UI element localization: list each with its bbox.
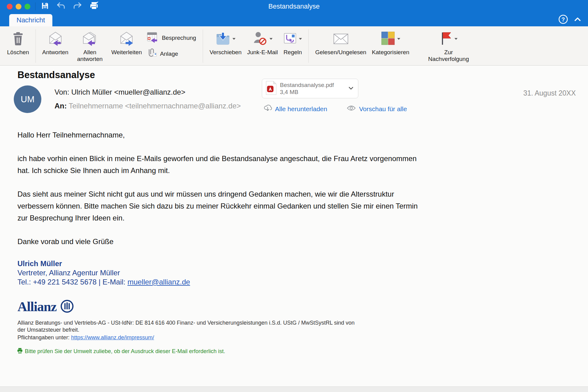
tab-nachricht[interactable]: Nachricht	[9, 14, 52, 26]
forward-icon	[118, 29, 135, 49]
print-icon[interactable]	[89, 2, 99, 11]
ribbon-divider	[308, 29, 309, 63]
window-controls	[7, 4, 30, 9]
preview-all-link[interactable]: Vorschau für alle	[347, 104, 407, 113]
eco-note: Bitte prüfen Sie der Umwelt zuliebe, ob …	[17, 348, 588, 355]
cloud-download-icon	[263, 104, 272, 113]
svg-text:?: ?	[562, 17, 565, 23]
follow-up-dropdown-caret	[454, 38, 458, 40]
reply-button[interactable]: Antworten	[42, 29, 69, 56]
minimize-window-button[interactable]	[16, 4, 21, 9]
message-header: Bestandsanalyse UM Von: Ulrich Müller <m…	[0, 66, 588, 129]
legal-text: Allianz Beratungs- und Vertriebs-AG - US…	[17, 319, 362, 334]
close-window-button[interactable]	[7, 4, 13, 9]
move-button[interactable]: Verschieben	[209, 29, 242, 56]
titlebar-divider	[35, 2, 36, 10]
signature-name: Ulrich Müller	[17, 259, 588, 268]
follow-up-button[interactable]: Zur Nachverfolgung	[427, 29, 470, 62]
message-date: 31. August 20XX	[523, 89, 576, 97]
signature-email-link[interactable]: mueller@allianz.de	[127, 278, 190, 286]
undo-icon[interactable]	[56, 2, 66, 11]
body-paragraph: ich habe vorhin einen Blick in meine E-M…	[17, 153, 429, 176]
message-pane: Bestandsanalyse UM Von: Ulrich Müller <m…	[0, 66, 588, 386]
save-icon[interactable]	[41, 2, 49, 11]
read-unread-button[interactable]: Gelesen/Ungelesen	[315, 29, 366, 56]
allianz-emblem-icon	[60, 299, 74, 315]
move-dropdown-caret	[232, 38, 236, 40]
envelope-icon	[333, 29, 349, 49]
eye-icon	[347, 105, 356, 113]
trash-icon	[12, 29, 24, 49]
junk-person-icon	[253, 31, 267, 47]
impressum-line: Pflichtangaben unter: https://www.allian…	[17, 334, 588, 341]
reply-icon	[47, 29, 64, 49]
attachment-card[interactable]: Bestandsanalyse.pdf 3,4 MB	[262, 79, 358, 98]
ribbon-toolbar: Löschen Antworten Allen antworten Weiter…	[0, 26, 588, 66]
attachment-filename: Bestandsanalyse.pdf	[280, 81, 334, 89]
ribbon-tab-row: Nachricht ?	[0, 13, 588, 26]
delete-button[interactable]: Löschen	[7, 29, 29, 56]
to-value: Teilnehmername <teilnehmernachname@allia…	[69, 102, 241, 110]
impressum-link[interactable]: https://www.allianz.de/impressum/	[71, 334, 154, 341]
body-closing: Danke vorab und viele Grüße	[17, 236, 429, 247]
rules-dropdown-caret	[299, 38, 302, 40]
reply-all-button[interactable]: Allen antworten	[74, 29, 106, 62]
message-body: Hallo Herr Teilnehmernachname, ich habe …	[17, 129, 429, 247]
zoom-window-button[interactable]	[24, 4, 30, 9]
paperclip-icon	[146, 48, 157, 59]
window-bottom-edge	[0, 386, 588, 392]
attachment-size: 3,4 MB	[280, 89, 334, 96]
signature-contact: Tel.: +49 221 5432 5678 | E-Mail: muelle…	[17, 277, 588, 287]
meeting-button[interactable]: Besprechung	[146, 31, 196, 44]
categorize-button[interactable]: Kategorisieren	[372, 29, 409, 56]
body-greeting: Hallo Herr Teilnehmernachname,	[17, 129, 429, 141]
sender-avatar[interactable]: UM	[14, 85, 41, 113]
signature-role: Vertreter, Allianz Agentur Müller	[17, 268, 588, 277]
forward-button[interactable]: Weiterleiten	[111, 29, 142, 56]
outlook-message-window: Bestandsanalyse Nachricht ? Löschen Antw	[0, 0, 588, 392]
junk-mail-button[interactable]: Junk-E-Mail	[247, 29, 278, 56]
attachment-button[interactable]: Anlage	[146, 48, 196, 59]
move-folder-icon	[216, 31, 230, 47]
categorize-dropdown-caret	[397, 38, 400, 40]
to-label: An:	[55, 102, 67, 110]
rules-icon	[283, 32, 297, 46]
ribbon-divider	[203, 29, 203, 63]
body-paragraph: Das sieht aus meiner Sicht nicht gut aus…	[17, 188, 429, 224]
from-line: Von: Ulrich Müller <mueller@allianz.de>	[55, 88, 185, 96]
meeting-calendar-icon	[146, 31, 159, 44]
categorize-squares-icon	[381, 31, 395, 47]
eco-printer-icon	[17, 348, 23, 355]
signature-block: Ulrich Müller Vertreter, Allianz Agentur…	[17, 259, 588, 287]
attachment-chevron-icon[interactable]	[348, 86, 354, 91]
to-line: An: Teilnehmername <teilnehmernachname@a…	[55, 102, 241, 110]
junk-dropdown-caret	[270, 38, 273, 40]
ribbon-divider	[36, 29, 36, 63]
pdf-file-icon	[265, 81, 277, 96]
redo-icon[interactable]	[73, 2, 82, 11]
reply-all-icon	[81, 29, 99, 49]
rules-button[interactable]: Regeln	[283, 29, 302, 56]
message-subject: Bestandsanalyse	[17, 70, 95, 81]
collapse-ribbon-icon[interactable]	[574, 17, 581, 23]
window-titlebar: Bestandsanalyse	[0, 0, 588, 13]
flag-icon	[439, 31, 452, 47]
allianz-wordmark: Allianz	[17, 299, 56, 315]
allianz-logo: Allianz	[17, 299, 588, 315]
download-all-link[interactable]: Alle herunterladen	[263, 104, 327, 113]
help-icon[interactable]: ?	[558, 14, 568, 26]
